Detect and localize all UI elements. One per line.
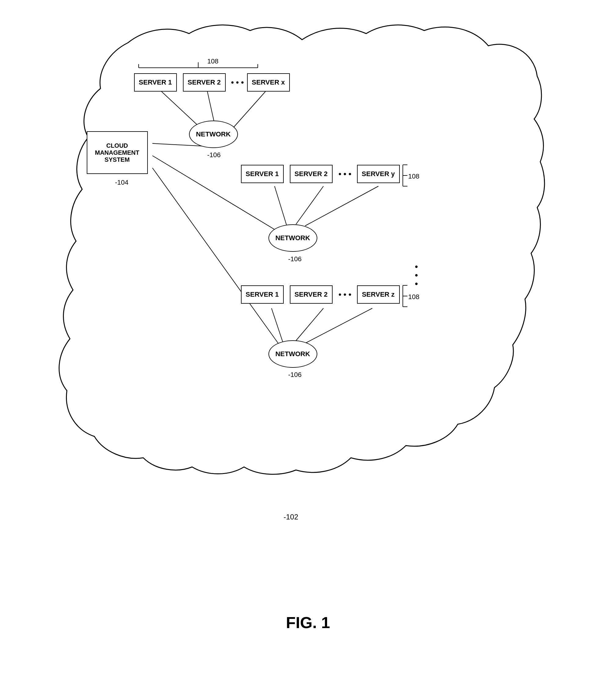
brace-top-svg [136, 62, 264, 71]
network2: NETWORK [268, 224, 317, 252]
servery-mid: SERVER y [357, 165, 400, 183]
label-108-bot: 108 [408, 293, 420, 301]
serverz-bot: SERVER z [357, 285, 400, 304]
server1-bot: SERVER 1 [241, 285, 284, 304]
label-106-mid: -106 [288, 255, 302, 263]
figure-label: FIG. 1 [286, 614, 330, 632]
cloud-shape [58, 21, 546, 510]
dots-bot: • • • [339, 290, 352, 299]
label-104: -104 [115, 179, 129, 186]
dots-mid: • • • [339, 169, 352, 179]
label-106-top: -106 [207, 151, 221, 159]
network3: NETWORK [268, 340, 317, 368]
dots-top: • • • [231, 78, 244, 87]
server2-mid: SERVER 2 [290, 165, 333, 183]
server2-bot: SERVER 2 [290, 285, 333, 304]
cms-label: CLOUD MANAGEMENT SYSTEM [95, 142, 139, 163]
label-106-bot: -106 [288, 371, 302, 379]
diagram-container: SERVER 1 SERVER 2 • • • SERVER x 108 NET… [33, 12, 583, 608]
cms-box: CLOUD MANAGEMENT SYSTEM [87, 131, 148, 174]
vdots-groups: ••• [415, 262, 418, 288]
label-102: -102 [284, 513, 299, 521]
label-108-mid: 108 [408, 173, 420, 180]
server1-mid: SERVER 1 [241, 165, 284, 183]
serverx-top: SERVER x [247, 73, 290, 92]
network1: NETWORK [189, 120, 238, 148]
server2-top: SERVER 2 [183, 73, 226, 92]
server1-top: SERVER 1 [134, 73, 177, 92]
